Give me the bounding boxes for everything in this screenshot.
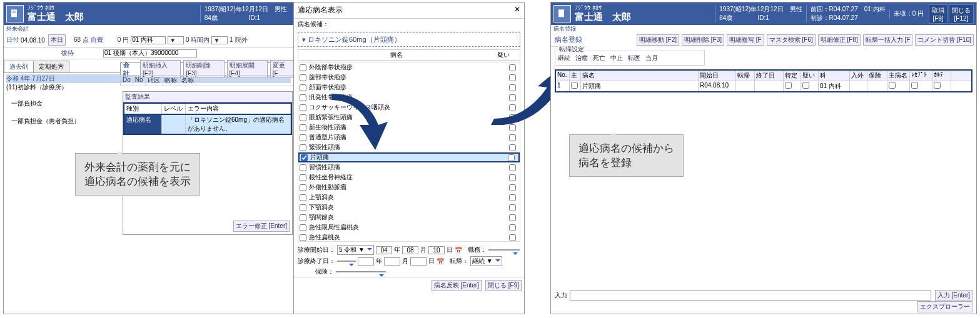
- disease-checkbox[interactable]: [300, 94, 306, 101]
- disease-item[interactable]: 下顎洞炎: [298, 202, 520, 212]
- tenki-option[interactable]: 中止: [610, 54, 623, 61]
- disease-item[interactable]: 外傷性動脈瘤: [298, 182, 520, 192]
- func-button[interactable]: マスタ検索 [F6]: [767, 34, 816, 46]
- func-button[interactable]: 明細移動 [F2]: [637, 34, 679, 46]
- cell-checkbox[interactable]: [934, 82, 941, 89]
- app-icon-r: [553, 5, 571, 22]
- time-dropdown[interactable]: ▼: [211, 36, 228, 44]
- disease-checkbox[interactable]: [300, 144, 306, 151]
- disease-checkbox[interactable]: [300, 214, 306, 221]
- utagai-checkbox[interactable]: [509, 144, 516, 151]
- utagai-checkbox[interactable]: [509, 214, 516, 221]
- disease-checkbox[interactable]: [300, 74, 306, 81]
- sex: 男性: [275, 6, 287, 12]
- hoken-select[interactable]: [336, 271, 386, 272]
- disease-checkbox[interactable]: [300, 174, 306, 181]
- disease-checkbox[interactable]: [300, 124, 306, 131]
- era-select[interactable]: 5 令和 ▼: [337, 245, 374, 255]
- utagai-checkbox[interactable]: [509, 174, 516, 181]
- input-field[interactable]: [570, 291, 931, 301]
- end-day-input[interactable]: [410, 257, 427, 266]
- cell-checkbox[interactable]: [571, 82, 578, 89]
- func-button[interactable]: 明細複写 [F: [727, 34, 764, 46]
- disease-checkbox[interactable]: [300, 104, 306, 111]
- disease-item[interactable]: 急性限局性扁桃炎: [298, 222, 520, 232]
- dept-input[interactable]: [131, 36, 166, 44]
- tenki-option[interactable]: 死亡: [593, 54, 605, 61]
- cell-name: 片頭痛: [581, 81, 699, 91]
- disease-checkbox[interactable]: [300, 204, 306, 211]
- disease-item[interactable]: 腹部帯状疱疹: [298, 72, 520, 82]
- disease-item[interactable]: 顎関節炎: [298, 212, 520, 222]
- utagai-checkbox[interactable]: [509, 224, 516, 231]
- close-window-button[interactable]: 閉じる [F12]: [949, 4, 974, 24]
- disease-checkbox[interactable]: [300, 234, 306, 241]
- shokumu-select[interactable]: [488, 249, 520, 251]
- disease-checkbox[interactable]: [300, 134, 306, 141]
- disease-item[interactable]: 上顎洞炎: [298, 192, 520, 202]
- end-year-input[interactable]: [358, 257, 374, 266]
- func-button[interactable]: 明細削除 [F3]: [682, 34, 724, 46]
- disease-name: 下顎洞炎: [309, 203, 334, 212]
- utagai-checkbox[interactable]: [509, 204, 516, 211]
- utagai-checkbox[interactable]: [509, 234, 516, 241]
- input-button[interactable]: 入力 [Enter]: [935, 290, 972, 301]
- close-icon[interactable]: ✕: [514, 5, 520, 16]
- year-input[interactable]: [376, 246, 392, 254]
- disease-item[interactable]: 習慣性頭痛: [298, 162, 520, 172]
- error-fix-button[interactable]: エラー修正 [Enter]: [233, 221, 290, 232]
- u: 月: [402, 257, 408, 266]
- month-input[interactable]: [402, 246, 418, 254]
- end-month-input[interactable]: [384, 257, 400, 266]
- disease-checkbox[interactable]: [301, 154, 308, 161]
- tab-kakozai[interactable]: 過去剤: [4, 61, 34, 72]
- day-input[interactable]: [428, 246, 445, 254]
- disease-name: 上顎洞炎: [309, 193, 334, 202]
- utagai-checkbox[interactable]: [509, 134, 516, 141]
- cell-checkbox[interactable]: [911, 82, 918, 89]
- col-level: レベル: [162, 104, 186, 114]
- disease-checkbox[interactable]: [300, 224, 306, 231]
- drug-name[interactable]: ▾ ロキソニン錠60mg（片頭痛）: [298, 32, 520, 47]
- apply-button[interactable]: 病名反映 [Enter]: [432, 280, 482, 291]
- disease-item[interactable]: 外陰部帯状疱疹: [298, 62, 520, 72]
- cell-checkbox[interactable]: [802, 82, 809, 89]
- disease-item[interactable]: 顔面帯状疱疹: [298, 82, 520, 92]
- tenki-option[interactable]: 当月: [645, 54, 658, 61]
- insurance-input[interactable]: [103, 49, 197, 57]
- tenki-select[interactable]: 継続 ▼: [470, 256, 502, 266]
- disease-item[interactable]: 急性扁桃炎: [298, 232, 520, 242]
- table-row[interactable]: 1片頭痛R04.08.1001 内科: [556, 81, 971, 91]
- today-button[interactable]: 本日: [48, 34, 66, 46]
- kansa-row[interactable]: 適応病名 「ロキソニン錠60mg」の適応病名がありません。: [123, 115, 292, 135]
- cell-checkbox[interactable]: [889, 82, 896, 89]
- calendar-icon-2[interactable]: 📅: [437, 258, 444, 265]
- tab-teiki[interactable]: 定期処方: [33, 61, 69, 72]
- disease-checkbox[interactable]: [300, 84, 306, 91]
- utagai-checkbox[interactable]: [509, 194, 516, 201]
- end-era-select[interactable]: [337, 261, 356, 262]
- func-button[interactable]: コメント切替 [F10]: [915, 34, 974, 46]
- func-button[interactable]: 明細修正 [F8]: [818, 34, 861, 46]
- cancel-button[interactable]: 取消 [F9]: [929, 4, 947, 24]
- disease-checkbox[interactable]: [300, 194, 306, 201]
- col-rese: ﾚｾ区: [146, 76, 163, 86]
- tenki-option[interactable]: 継続: [558, 54, 570, 61]
- utagai-checkbox[interactable]: [509, 164, 516, 171]
- calendar-icon[interactable]: 📅: [455, 247, 462, 254]
- disease-item[interactable]: 根性坐骨神経症: [298, 172, 520, 182]
- disease-checkbox[interactable]: [300, 114, 306, 121]
- dept-dropdown[interactable]: ▼: [168, 36, 184, 44]
- close-button[interactable]: 閉じる [F9]: [485, 280, 522, 291]
- utagai-checkbox[interactable]: [508, 154, 515, 161]
- tenki-option[interactable]: 治癒: [575, 54, 588, 61]
- cell-checkbox[interactable]: [785, 82, 792, 89]
- yen: 0 円: [118, 36, 129, 44]
- disease-checkbox[interactable]: [300, 64, 306, 71]
- utagai-checkbox[interactable]: [509, 184, 516, 191]
- disease-checkbox[interactable]: [300, 184, 306, 191]
- tenki-option[interactable]: 転医: [628, 54, 640, 61]
- explorer-button[interactable]: エクスプローラー: [917, 301, 972, 312]
- disease-checkbox[interactable]: [300, 164, 306, 171]
- func-button[interactable]: 転帰一括入力 [F: [863, 34, 913, 46]
